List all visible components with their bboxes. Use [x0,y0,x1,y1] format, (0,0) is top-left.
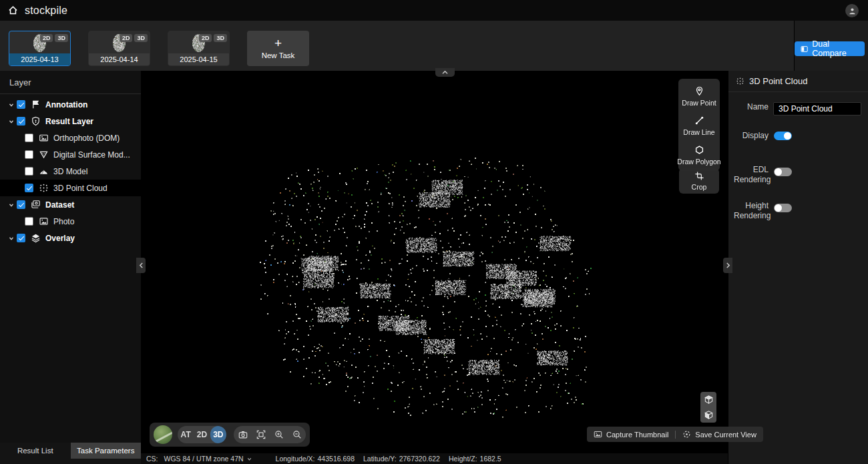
layer-visibility-checkbox[interactable] [17,100,25,109]
dual-compare-label: Dual Compare [812,39,859,58]
save-current-view-button[interactable]: Save Current View [676,430,763,439]
flag-icon [31,99,41,109]
layer-tree-row[interactable]: Dataset [0,196,141,213]
toggle-knob [775,204,782,212]
draw-point-icon [694,86,704,96]
edl-field-row: EDL Rendering [728,165,868,184]
crop-panel: Crop [679,168,719,194]
layer-label: Orthophoto (DOM) [53,134,120,143]
map-viewport: Draw Point Draw Line Draw Polygon Crop A… [141,71,728,453]
draw-polygon-icon [694,145,704,155]
shield-icon [31,116,41,126]
dsm-icon [39,150,49,160]
camera-icon [238,430,248,439]
layer-tree-row[interactable]: Overlay [0,230,141,246]
capture-thumbnail-button[interactable]: Capture Thumbnail [587,430,675,439]
cube-front-icon [704,410,714,420]
task-list: 2D 3D 2025-04-13 2D 3D 2025-04-14 2D 3D … [9,31,309,66]
cs-value: WGS 84 / UTM zone 47N [164,455,244,463]
display-toggle[interactable] [774,132,792,140]
layer-visibility-checkbox[interactable] [25,184,33,192]
task-date: 2025-04-13 [9,53,70,65]
crop-button[interactable]: Crop [679,170,719,191]
edl-rendering-label: EDL Rendering [734,165,769,184]
dual-compare-button[interactable]: Dual Compare [795,41,865,56]
layer-tree-row[interactable]: Result Layer [0,113,141,130]
mode-3d-button[interactable]: 3D [210,426,226,443]
model-icon [39,166,49,176]
cube-top-icon [704,395,714,405]
tab-task-parameters[interactable]: Task Parameters [71,443,142,459]
viewport-toolbar: AT2D3D [150,423,310,447]
layer-tree-row[interactable]: Orthophoto (DOM) [0,130,141,146]
layer-tree-row[interactable]: 3D Model [0,163,141,180]
task-card[interactable]: 2D 3D 2025-04-14 [88,31,150,66]
expand-chevron-icon[interactable] [7,117,15,126]
layer-visibility-checkbox[interactable] [17,117,25,126]
layer-visibility-checkbox[interactable] [25,134,33,142]
expand-chevron-icon[interactable] [7,100,15,109]
tab-result-list[interactable]: Result List [0,443,71,459]
task-badges: 2D 3D [120,34,148,42]
draw-tool-label: Draw Line [683,128,714,136]
layer-tree-row[interactable]: Annotation [0,96,141,113]
task-badges: 2D 3D [199,34,227,42]
layer-panel: Layer Annotation Result Layer Orthophoto… [0,71,141,443]
zoom-out-button[interactable] [288,426,306,443]
viewport-icon-tools [234,426,306,443]
layer-visibility-checkbox[interactable] [25,150,33,159]
orthophoto-icon [39,133,49,143]
screenshot-button[interactable] [234,426,252,443]
layer-visibility-checkbox[interactable] [17,234,25,242]
draw-line-button[interactable]: Draw Line [678,111,720,140]
cs-dropdown-chevron[interactable] [246,456,252,462]
view-cube-top-button[interactable] [700,392,716,407]
draw-point-button[interactable]: Draw Point [678,81,720,111]
layer-tree-row[interactable]: 3D Point Cloud [0,180,141,196]
save-current-view-label: Save Current View [695,431,756,439]
draw-polygon-button[interactable]: Draw Polygon [678,140,720,170]
fit-view-button[interactable] [252,426,270,443]
task-card[interactable]: 2D 3D 2025-04-15 [168,31,230,66]
basemap-thumbnail[interactable] [154,425,172,444]
new-task-button[interactable]: +New Task [247,31,309,66]
badge-3d: 3D [214,34,227,42]
expand-chevron-icon[interactable] [7,200,15,209]
layer-visibility-checkbox[interactable] [25,217,33,226]
height-field-row: Height Rendering [728,201,868,220]
detail-panel-header: 3D Point Cloud [728,71,868,92]
app-window: stockpile 2D 3D 2025-04-13 2D 3D 2025-04… [0,0,868,464]
edl-rendering-toggle[interactable] [774,168,792,176]
layer-tree-row[interactable]: Photo [0,213,141,230]
home-icon[interactable] [7,5,19,17]
view-cube-front-button[interactable] [700,407,716,423]
display-field-row: Display [728,131,868,140]
mode-2d-button[interactable]: 2D [194,426,210,443]
collapse-layer-panel-handle[interactable] [136,258,146,273]
layer-tree-row[interactable]: Digital Surface Mod... [0,146,141,163]
user-avatar[interactable] [845,4,859,17]
name-field-row: Name [728,102,868,115]
task-date: 2025-04-15 [168,53,229,65]
layer-visibility-checkbox[interactable] [25,167,33,176]
badge-2d: 2D [40,34,53,42]
dataset-icon [31,200,41,210]
collapse-detail-panel-handle[interactable] [723,258,732,273]
draw-tool-label: Draw Point [682,99,716,107]
name-input[interactable] [773,102,861,115]
height-readout: Height/Z:1682.5 [449,455,501,463]
point-cloud-canvas[interactable] [141,71,728,453]
zoom-in-icon [274,430,284,439]
mode-at-button[interactable]: AT [178,426,194,443]
zoom-in-button[interactable] [270,426,288,443]
task-card[interactable]: 2D 3D 2025-04-13 [9,31,71,66]
expand-chevron-icon[interactable] [7,234,15,242]
badge-2d: 2D [120,34,133,42]
task-badges: 2D 3D [40,34,68,42]
layer-label: Digital Surface Mod... [53,150,130,160]
collapse-taskbar-handle[interactable] [435,68,455,77]
chevron-up-icon [441,70,449,75]
view-mode-switcher: AT2D3D [178,426,226,443]
layer-visibility-checkbox[interactable] [17,200,25,209]
height-rendering-toggle[interactable] [774,204,792,212]
